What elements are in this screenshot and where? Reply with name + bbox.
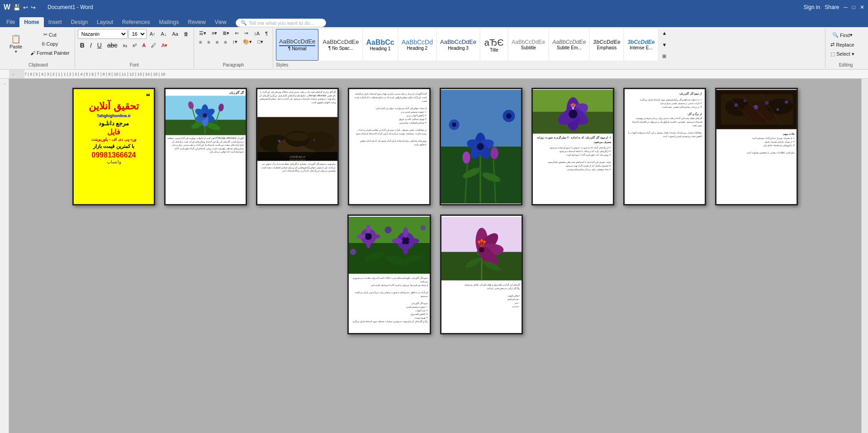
style-no-spacing[interactable]: AaBbCcDdEe ¶ No Spac... [319, 29, 362, 61]
style-heading1[interactable]: AaBbCc Heading 1 [363, 29, 398, 61]
numbering-btn[interactable]: ≡▾ [209, 29, 219, 38]
style-subtitle[interactable]: AaBbCcDdEe Subtitle [508, 29, 548, 61]
style-heading2[interactable]: AaBbCcDd Heading 2 [398, 29, 436, 61]
change-case-btn[interactable]: Aa [170, 30, 180, 38]
align-right-btn[interactable]: ≡ [213, 38, 221, 46]
align-left-btn[interactable]: ≡ [197, 38, 204, 46]
sort-btn[interactable]: ↕A [251, 29, 262, 38]
ad-price: با کمترین قیمت بازار [76, 143, 151, 149]
svg-point-112 [479, 247, 484, 252]
svg-point-88 [403, 227, 408, 238]
cut-button[interactable]: ✂ Cut [28, 30, 72, 39]
svg-point-55 [569, 109, 577, 118]
svg-point-91 [409, 238, 419, 244]
ruler-corner[interactable]: ⌐ [12, 72, 14, 76]
tab-file[interactable]: File [2, 17, 19, 27]
superscript-btn[interactable]: x² [130, 41, 139, 49]
find-btn[interactable]: 🔍 Find ▾ [828, 31, 857, 39]
quick-access-redo[interactable]: ↪ [31, 4, 36, 11]
page8-content: نکات مهم: ۱- از مصرف بیش از حد این گیاه … [716, 89, 797, 204]
maximize-btn[interactable]: □ [852, 4, 855, 10]
quick-access-undo[interactable]: ↩ [23, 4, 28, 11]
page8-text: نکات مهم: ۱- از مصرف بیش از حد این گیاه … [716, 130, 797, 204]
right-scrollbar[interactable] [861, 79, 868, 433]
styles-expand[interactable]: ⊞ [659, 52, 669, 61]
paragraph-group: ☰▾ ≡▾ ≣▾ ⇐ ⇒ ↕A ¶ ≡ ≡ ≡ ≡ ↕▾ 🎨▾ □▾ Parag… [194, 28, 273, 68]
tab-view[interactable]: View [210, 17, 231, 27]
shading-btn[interactable]: 🎨▾ [241, 38, 254, 46]
font-row2: B I U abc x₂ x² A 🖊 A▾ [78, 40, 170, 50]
page9-image [349, 216, 430, 275]
replace-label: Replace [836, 42, 854, 48]
tell-me-bar[interactable]: 🔍 Tell me what you want to do... [236, 19, 326, 27]
recipe-text-bottom: برای تهیه دمنوش گل گاو زبان، مقداری از گ… [257, 162, 337, 204]
tab-design[interactable]: Design [66, 17, 92, 27]
quick-access-save[interactable]: 💾 [13, 4, 20, 11]
replace-btn[interactable]: ⇄ Replace [828, 40, 857, 49]
font-size-select[interactable]: 16 [128, 29, 147, 39]
highlight-btn[interactable]: 🖊 [149, 41, 158, 49]
main-area: ↑ 📷 تحقیق آنلاین Tahghighonline.ir مرجع … [0, 79, 868, 433]
tab-review[interactable]: Review [183, 17, 210, 27]
paste-button[interactable]: 📋 Paste ▾ [5, 29, 27, 58]
svg-point-60 [574, 104, 576, 106]
clipboard-group: 📋 Paste ▾ ✂ Cut ⎘ Copy 🖌 Format Painter [2, 28, 75, 68]
text-color-btn[interactable]: A [140, 41, 148, 49]
sign-in-btn[interactable]: Sign in [804, 4, 821, 10]
select-btn[interactable]: ⬚ Select ▾ [828, 50, 857, 58]
styles-group: AaBbCcDdEe ¶ Normal AaBbCcDdEe ¶ No Spac… [273, 28, 825, 68]
page-1: 📷 تحقیق آنلاین Tahghighonline.ir مرجع دا… [72, 88, 155, 205]
decrease-indent-btn[interactable]: ⇐ [232, 29, 241, 38]
strikethrough-btn[interactable]: abc [105, 40, 120, 50]
style-emphasis[interactable]: 3bCcDdEe Emphasis [590, 29, 623, 61]
ad-formats: ورد-پی دی اف - پاورپوینت [76, 137, 151, 142]
tab-layout[interactable]: Layout [92, 17, 118, 27]
style-intense-em[interactable]: 3bCcDdEe Intense E... [624, 29, 658, 61]
styles-scroll-up[interactable]: ▲ [659, 29, 669, 37]
ad-content: 📷 تحقیق آنلاین Tahghighonline.ir مرجع دا… [74, 89, 154, 204]
ruler-content: 7 | 6 | 5 | 4 | 3 | 2 | 1 | 1 | 2 | 3 | … [18, 70, 868, 78]
plant-text: گاوزبان (Borago officinalis) گیاهی است ا… [166, 136, 246, 204]
content-area[interactable]: 📷 تحقیق آنلاین Tahghighonline.ir مرجع دا… [9, 79, 861, 433]
svg-point-94 [350, 249, 356, 255]
styles-scroll-down[interactable]: ▼ [659, 41, 669, 49]
tab-mailings[interactable]: Mailings [154, 17, 183, 27]
underline-btn[interactable]: U [95, 40, 104, 50]
page-3: گل گاو زبان از گیاهانی است که در طب سنتی… [256, 88, 339, 205]
font-color-btn[interactable]: A▾ [159, 41, 170, 50]
style-heading3[interactable]: AaBbCcDdEe Heading 3 [437, 29, 479, 61]
share-btn[interactable]: Share [825, 4, 839, 10]
tab-home[interactable]: Home [19, 17, 43, 27]
clear-format-btn[interactable]: 🗑 [181, 30, 191, 38]
italic-btn[interactable]: I [88, 40, 94, 50]
copy-button[interactable]: ⎘ Copy [28, 40, 72, 48]
style-subtle-em-label: Subtle Em... [557, 45, 581, 50]
svg-point-89 [403, 244, 408, 254]
subscript-btn[interactable]: x₂ [120, 41, 129, 50]
style-subtle-em[interactable]: AaBbCcDdEe Subtle Em... [549, 29, 589, 61]
close-btn[interactable]: ✕ [860, 4, 864, 10]
borders-btn[interactable]: □▾ [255, 38, 266, 46]
style-title[interactable]: aЂЄ Title [480, 29, 508, 61]
increase-indent-btn[interactable]: ⇒ [242, 29, 251, 38]
grow-font-btn[interactable]: A↑ [147, 30, 158, 38]
ad-file: فایل [76, 128, 151, 136]
justify-btn[interactable]: ≡ [222, 38, 229, 46]
font-name-select[interactable]: Nazanin [78, 29, 128, 39]
editing-label: Editing [839, 62, 853, 67]
style-normal[interactable]: AaBbCcDdEe ¶ Normal [276, 29, 318, 61]
format-painter-button[interactable]: 🖌 Format Painter [28, 49, 72, 57]
paste-dropdown[interactable]: ▾ [15, 49, 17, 54]
bullets-btn[interactable]: ☰▾ [197, 29, 209, 38]
minimize-btn[interactable]: ─ [844, 4, 848, 10]
tab-references[interactable]: References [118, 17, 154, 27]
shrink-font-btn[interactable]: A↓ [159, 30, 169, 38]
line-spacing-btn[interactable]: ↕▾ [230, 38, 240, 46]
para-row1: ☰▾ ≡▾ ≣▾ ⇐ ⇒ ↕A ¶ [197, 29, 270, 38]
font-row1: Nazanin 16 A↑ A↓ Aa 🗑 [78, 29, 191, 39]
align-center-btn[interactable]: ≡ [205, 38, 212, 46]
show-para-btn[interactable]: ¶ [263, 29, 270, 38]
bold-btn[interactable]: B [78, 40, 87, 50]
tab-insert[interactable]: Insert [44, 17, 66, 27]
multilevel-btn[interactable]: ≣▾ [220, 29, 232, 38]
